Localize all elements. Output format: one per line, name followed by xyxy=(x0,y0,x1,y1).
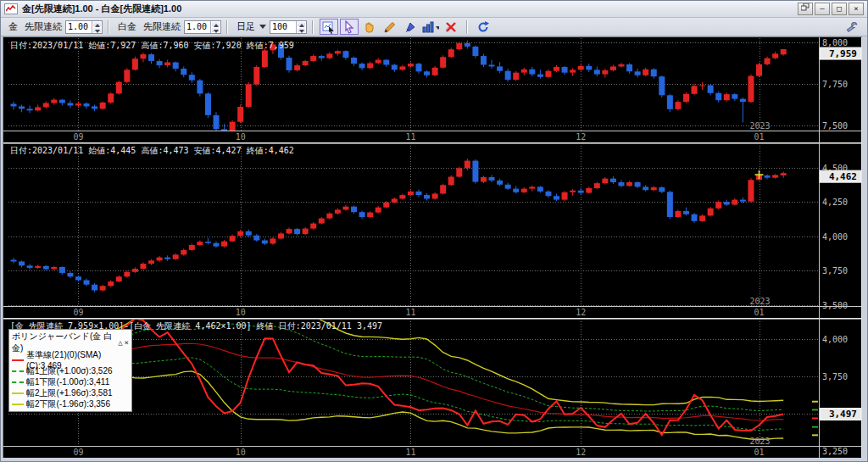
legend-row: 基準線(21)(0)(SMA)(C):3,469 xyxy=(12,354,129,365)
legend-swatch xyxy=(12,359,24,361)
platinum-info-line: 日付:2023/01/11 始値:4,445 高値:4,473 安値:4,427… xyxy=(10,145,294,157)
svg-text:10: 10 xyxy=(236,308,246,317)
last-price-box: 7,959 xyxy=(820,47,861,59)
svg-text:4,000: 4,000 xyxy=(822,232,848,242)
svg-text:2023: 2023 xyxy=(749,121,770,131)
svg-text:3,497: 3,497 xyxy=(829,409,857,420)
legend-swatch xyxy=(12,392,24,394)
svg-text:01: 01 xyxy=(754,448,764,457)
toolbar-separator xyxy=(108,20,109,34)
toolbar-separator xyxy=(226,20,228,34)
legend-close-button[interactable]: × xyxy=(125,338,129,347)
legend-row: 幅1下限(-1.00σ):3,411 xyxy=(12,376,129,387)
last-price-box: 4,462 xyxy=(820,170,861,182)
line-end-markers xyxy=(812,402,818,436)
legend-swatch xyxy=(12,381,24,383)
svg-text:3,250: 3,250 xyxy=(822,447,848,456)
svg-text:10: 10 xyxy=(236,448,246,457)
pen-annotate-tool-button[interactable] xyxy=(401,19,420,35)
svg-text:4,250: 4,250 xyxy=(822,198,848,207)
svg-text:01: 01 xyxy=(754,132,764,142)
remove-indicator-button[interactable] xyxy=(442,19,460,35)
spin-down-icon[interactable] xyxy=(297,27,306,33)
svg-text:2023: 2023 xyxy=(749,297,770,306)
svg-text:09: 09 xyxy=(73,308,83,317)
svg-text:12: 12 xyxy=(576,132,586,142)
spin-up-icon[interactable] xyxy=(92,21,102,27)
legend-collapse-button[interactable]: △ xyxy=(118,338,122,347)
gold-symbol-label: 金 xyxy=(8,20,18,33)
maximize-button[interactable]: □ xyxy=(832,3,847,15)
window-title: 金[先限連続]1.00 - 白金[先限連続]1.00 xyxy=(22,3,181,15)
svg-text:01: 01 xyxy=(754,308,764,317)
float-window-button[interactable] xyxy=(798,3,813,15)
pan-hand-tool-button[interactable] xyxy=(360,19,379,35)
last-price-box: 3,497 xyxy=(820,409,861,420)
titlebar[interactable]: 金[先限連続]1.00 - 白金[先限連続]1.00 – □ × xyxy=(1,1,867,18)
gold-multiplier-spinner[interactable]: 1.00 xyxy=(65,20,103,34)
svg-text:3,500: 3,500 xyxy=(822,301,848,310)
chart-window: 金[先限連続]1.00 - 白金[先限連続]1.00 – □ × 金 先限連続 … xyxy=(0,0,868,462)
spin-up-icon[interactable] xyxy=(211,21,220,27)
svg-text:11: 11 xyxy=(405,308,415,317)
gold-info-line: 日付:2023/01/11 始値:7,927 高値:7,960 安値:7,920… xyxy=(10,40,294,52)
legend-label: 幅1下限(-1.00σ):3,411 xyxy=(26,376,109,388)
svg-text:12: 12 xyxy=(576,448,586,457)
spin-down-icon[interactable] xyxy=(211,27,220,33)
chart-type-dropdown-button[interactable] xyxy=(421,19,440,35)
legend-label: 幅2下限(-1.96σ):3,356 xyxy=(26,398,110,410)
svg-text:4,000: 4,000 xyxy=(822,335,848,344)
timeframe-dropdown[interactable]: 日足 xyxy=(236,20,255,33)
svg-text:3,750: 3,750 xyxy=(822,266,848,276)
legend-label: 幅1上限(+1.00σ):3,526 xyxy=(26,365,113,377)
toolbar: 金 先限連続 1.00 白金 先限連続 1.00 日足 100 xyxy=(1,18,867,36)
settings-wrench-icon[interactable] xyxy=(843,19,861,35)
minimize-button[interactable]: – xyxy=(815,3,830,15)
svg-text:11: 11 xyxy=(405,448,415,457)
platinum-candles[interactable] xyxy=(11,159,787,292)
toolbar-separator xyxy=(312,20,314,34)
svg-text:4,462: 4,462 xyxy=(829,171,857,182)
svg-text:7,959: 7,959 xyxy=(829,48,857,59)
legend-row: 幅2上限(+1.96σ):3,581 xyxy=(12,387,129,398)
platinum-symbol-label: 白金 xyxy=(118,20,136,33)
legend-row: 幅2下限(-1.96σ):3,356 xyxy=(12,398,129,409)
chevron-down-icon[interactable] xyxy=(259,25,266,29)
app-icon xyxy=(4,3,18,14)
svg-text:10: 10 xyxy=(236,132,246,142)
platinum-axis: 4,5004,2504,0003,7503,5004,4620910111201… xyxy=(73,164,861,318)
svg-text:09: 09 xyxy=(73,448,83,457)
select-tool-button[interactable] xyxy=(340,19,359,35)
chart-area[interactable]: 8,0007,7507,5007,959091011120120234,5004… xyxy=(3,36,862,458)
legend-label: 幅2上限(+1.96σ):3,581 xyxy=(26,387,113,399)
platinum-multiplier-value[interactable]: 1.00 xyxy=(185,21,210,33)
svg-text:2023: 2023 xyxy=(749,437,770,446)
gold-series-label: 先限連続 xyxy=(25,20,62,33)
gold-panel-grid xyxy=(8,38,818,131)
crosshair-select-tool-button[interactable] xyxy=(320,19,338,35)
toolbar-separator xyxy=(466,20,468,34)
pencil-draw-tool-button[interactable] xyxy=(381,19,399,35)
svg-text:11: 11 xyxy=(405,132,415,142)
svg-text:3,750: 3,750 xyxy=(822,372,848,381)
bar-count-spinner[interactable]: 100 xyxy=(270,20,307,34)
svg-text:7,750: 7,750 xyxy=(822,80,848,89)
gold-multiplier-value[interactable]: 1.00 xyxy=(66,21,92,33)
svg-text:7,500: 7,500 xyxy=(822,121,848,131)
gold-candles[interactable] xyxy=(11,41,787,134)
spin-down-icon[interactable] xyxy=(92,27,102,33)
platinum-panel-grid xyxy=(8,143,818,306)
close-button[interactable]: × xyxy=(849,3,864,15)
bar-count-value[interactable]: 100 xyxy=(270,21,296,33)
legend-row: 幅1上限(+1.00σ):3,526 xyxy=(12,365,129,376)
platinum-series-label: 先限連続 xyxy=(143,20,181,33)
svg-text:12: 12 xyxy=(576,308,586,317)
svg-text:8,000: 8,000 xyxy=(822,38,848,47)
svg-text:09: 09 xyxy=(73,132,83,142)
platinum-multiplier-spinner[interactable]: 1.00 xyxy=(184,20,221,34)
bollinger-legend[interactable]: ボリンジャーバンド(金 白金) △ × 基準線(21)(0)(SMA)(C):3… xyxy=(8,329,132,412)
refresh-button[interactable] xyxy=(474,19,492,35)
legend-swatch xyxy=(12,370,24,372)
spin-up-icon[interactable] xyxy=(297,21,306,27)
legend-swatch xyxy=(12,404,24,405)
